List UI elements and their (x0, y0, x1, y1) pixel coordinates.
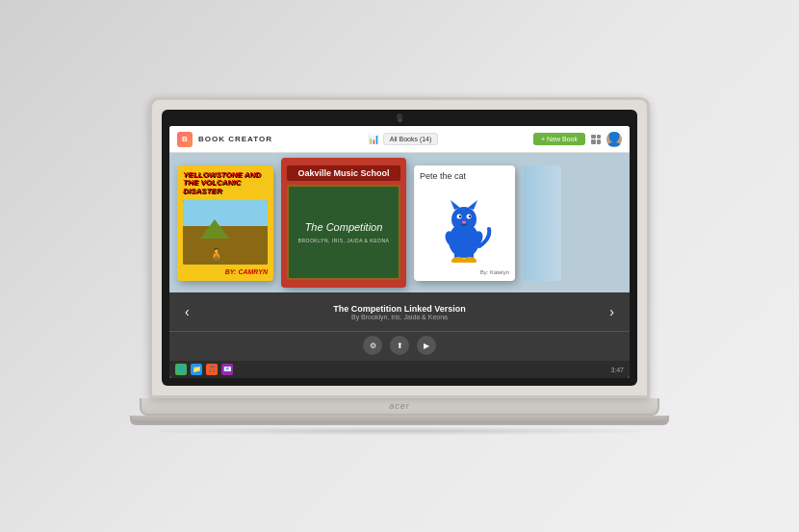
laptop-foot (130, 416, 669, 425)
svg-marker-2 (451, 200, 460, 210)
taskbar-icon-2[interactable]: 📁 (191, 364, 202, 375)
character-figure: 🧍 (208, 247, 224, 263)
laptop-lid: B BOOK CREATOR 📊 All Books (14) + New Bo… (149, 97, 650, 398)
acer-logo: acer (389, 401, 410, 411)
book-info: The Competition Linked Version By Brookl… (333, 304, 466, 320)
laptop: B BOOK CREATOR 📊 All Books (14) + New Bo… (130, 97, 669, 435)
svg-marker-3 (468, 200, 477, 210)
user-avatar[interactable]: 👤 (606, 132, 622, 147)
yellowstone-image: 🧍 (183, 200, 268, 265)
pete-cat-svg (433, 190, 496, 263)
yellowstone-author: BY: CAMRYN (183, 268, 268, 275)
taskbar-icon-3[interactable]: 🎵 (206, 364, 218, 375)
app-title: BOOK CREATOR (198, 135, 272, 143)
book-pete[interactable]: Pete the cat (414, 165, 515, 281)
laptop-base: acer (140, 398, 659, 416)
prev-arrow[interactable]: ‹ (185, 304, 190, 319)
header-center: 📊 All Books (14) (278, 133, 528, 145)
all-books-dropdown[interactable]: All Books (14) (383, 133, 439, 145)
svg-point-1 (451, 207, 477, 232)
competition-subtitle: BROOKLYN, IRIS, JAIDA & KEONA (298, 238, 390, 243)
system-time: 3:47 (610, 367, 624, 373)
featured-title: The Competition Linked Version (333, 304, 466, 314)
pete-cat-figure (420, 185, 509, 269)
svg-point-7 (469, 215, 471, 217)
taskbar-icon-4[interactable]: 📧 (221, 364, 233, 375)
yellowstone-title: YELLOWSTONE AND THE VOLCANIC DISASTER (183, 171, 268, 196)
share-button[interactable]: ⬆ (390, 336, 409, 355)
books-carousel: YELLOWSTONE AND THE VOLCANIC DISASTER 🧍 … (169, 153, 630, 292)
mountain-scene (183, 200, 268, 265)
book-yellowstone[interactable]: YELLOWSTONE AND THE VOLCANIC DISASTER 🧍 … (177, 165, 273, 281)
camera-dot (398, 117, 402, 122)
info-bar: ‹ The Competition Linked Version By Broo… (169, 292, 630, 331)
screen-bezel: B BOOK CREATOR 📊 All Books (14) + New Bo… (162, 110, 637, 386)
app-logo-icon: B (177, 132, 193, 147)
play-button[interactable]: ▶ (417, 336, 436, 355)
new-book-button[interactable]: + New Book (533, 133, 585, 145)
taskbar: 🌐 📁 🎵 📧 3:47 (169, 361, 630, 378)
pete-title: Pete the cat (420, 171, 509, 181)
header-right: + New Book 👤 (533, 132, 622, 147)
pete-author: By: Katelyn (420, 269, 509, 275)
chalkboard: The Competition BROOKLYN, IRIS, JAIDA & … (287, 185, 400, 280)
featured-author: By Brooklyn, Iris, Jaida & Keona (333, 314, 466, 320)
taskbar-icon-1[interactable]: 🌐 (175, 364, 187, 375)
book-competition[interactable]: Oakville Music School The Competition BR… (281, 158, 406, 288)
next-arrow[interactable]: › (609, 304, 614, 319)
action-bar: ⚙ ⬆ ▶ (169, 331, 630, 361)
grid-view-icon[interactable] (591, 135, 601, 144)
svg-point-6 (459, 215, 461, 217)
competition-title: The Competition (305, 221, 383, 234)
scene: B BOOK CREATOR 📊 All Books (14) + New Bo… (0, 0, 799, 532)
laptop-shadow (159, 427, 640, 435)
settings-button[interactable]: ⚙ (363, 336, 382, 355)
book-partial (523, 165, 561, 281)
app-header: B BOOK CREATOR 📊 All Books (14) + New Bo… (169, 126, 630, 153)
screen: B BOOK CREATOR 📊 All Books (14) + New Bo… (169, 126, 630, 378)
school-name: Oakville Music School (287, 165, 400, 181)
svg-point-8 (462, 221, 466, 224)
stats-icon: 📊 (368, 134, 379, 144)
